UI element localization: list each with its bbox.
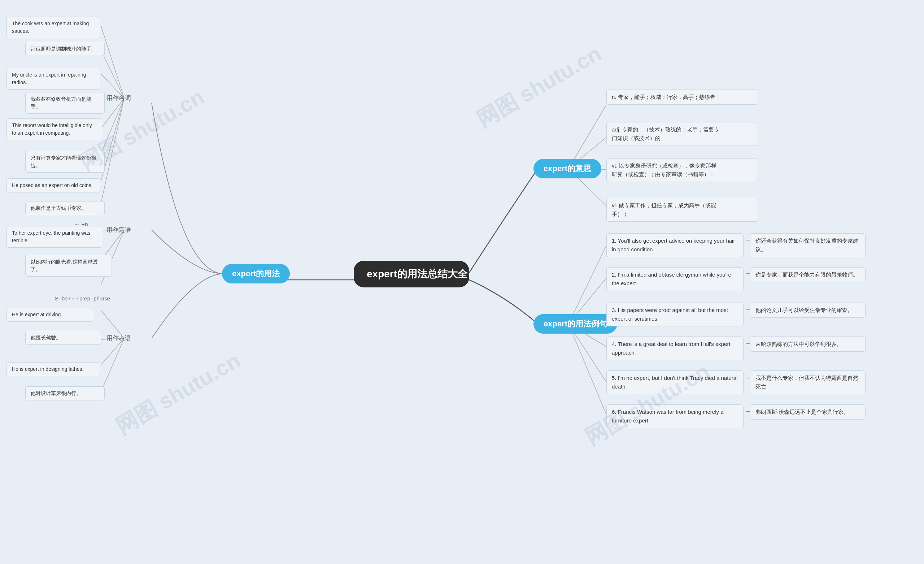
noun-en-2: My uncle is an expert in repairing radio…	[6, 68, 100, 90]
pred-en-1: He is expert at driving.	[6, 308, 93, 322]
example-cn-5: 我不是什么专家，但我不认为特露西是自然死亡。	[750, 370, 866, 394]
example-en-4: 4. There is a great deal to learn from H…	[606, 337, 744, 360]
watermark-3: 网图 shutu.cn	[111, 346, 246, 441]
category-pred: 用作表语	[106, 334, 131, 342]
example-en-5: 5. I'm no expert, but I don't think Trac…	[606, 370, 744, 394]
noun-cn-3: 只有计算专家才能看懂这份报告。	[25, 151, 105, 173]
example-en-6: 6. Francis Watson was far from being mer…	[606, 405, 744, 428]
mindmap-container: expert的用法总结大全 expert的用法 expert的意思 expert…	[0, 0, 924, 564]
node-expert-meaning: expert的意思	[534, 159, 602, 178]
watermark-2: 网图 shutu.cn	[471, 39, 607, 134]
example-cn-3: 他的论文几乎可以经受住最专业的审查。	[750, 302, 866, 318]
meaning-adj: adj. 专家的；（技术）熟练的；老手；需要专门知识（或技术）的	[606, 122, 758, 146]
noun-cn-1: 那位厨师是调制味汁的能手。	[25, 42, 105, 56]
category-attr: 用作定语	[106, 226, 131, 234]
category-noun: 用作名词	[106, 94, 131, 102]
pred-en-2: He is expert in designing lathes.	[6, 362, 100, 376]
pred-pattern: S+be+～+prep.-phrase	[55, 295, 110, 302]
noun-cn-4: 他装作是个古钱币专家。	[25, 201, 105, 215]
example-cn-1: 你还会获得有关如何保持良好发质的专家建议。	[750, 233, 866, 257]
meaning-n: n. 专家，能手；权威；行家，高手；熟练者	[606, 90, 758, 105]
node-expert-usage: expert的用法	[222, 264, 290, 283]
meaning-vi: vi. 做专家工作，担任专家，成为高手（或能手）；	[606, 198, 758, 222]
attr-cn-1: 以她内行的眼光看,这幅画糟透了。	[25, 255, 112, 277]
example-en-2: 2. I'm a limited and obtuse clergyman wh…	[606, 267, 744, 291]
example-cn-6: 弗朗西斯·沃森远远不止是个家具行家。	[750, 405, 866, 420]
meaning-vt: vt. 以专家身份研究（或检查），像专家那样研究（或检查）；由专家审读（书籍等）…	[606, 158, 758, 182]
pred-cn-2: 他对设计车床很内行。	[25, 387, 105, 400]
attr-en-1: To her expert eye, the painting was terr…	[6, 226, 102, 248]
example-en-3: 3. His papers were proof against all but…	[606, 302, 744, 326]
pred-cn-1: 他擅长驾驶。	[25, 331, 101, 345]
example-cn-4: 从哈尔熟练的方法中可以学到很多。	[750, 337, 866, 352]
node-expert-examples: expert的用法例句	[534, 314, 617, 334]
noun-en-1: The cook was an expert at making sauces.	[6, 17, 100, 38]
noun-en-4: He posed as an expert on old coins.	[6, 178, 100, 193]
central-node: expert的用法总结大全	[354, 261, 469, 287]
noun-en-3: This report would be intelligible only t…	[6, 119, 102, 140]
example-en-1: 1. You'll also get expert advice on keep…	[606, 233, 744, 257]
example-cn-2: 你是专家，而我是个能力有限的愚笨牧师。	[750, 267, 866, 282]
noun-cn-2: 我叔叔在修收音机方面是能手。	[25, 92, 105, 114]
